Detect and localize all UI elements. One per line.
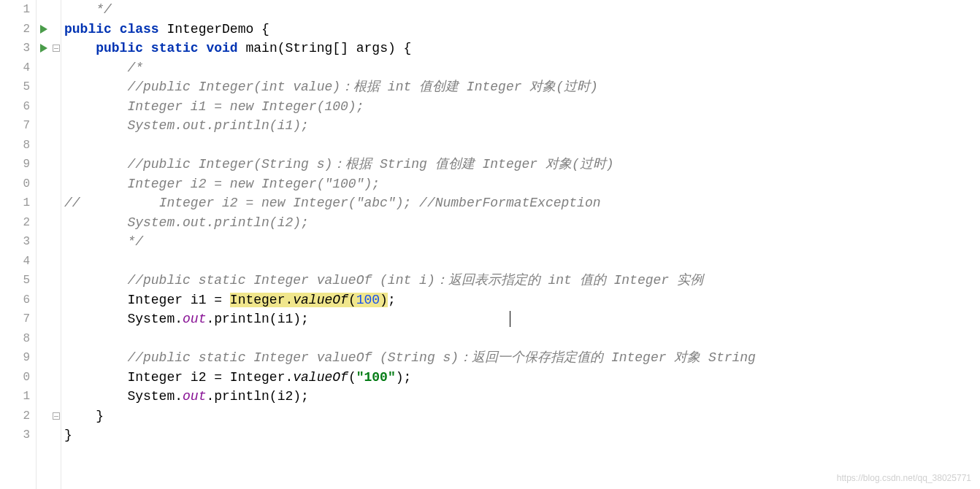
- code-line: */: [64, 0, 980, 20]
- line-number: 4: [23, 252, 30, 272]
- line-number: 7: [23, 116, 30, 136]
- code-line: /*: [64, 58, 980, 78]
- line-number: 5: [23, 77, 30, 97]
- line-number: 9: [23, 155, 30, 174]
- line-number: 8: [23, 136, 30, 155]
- code-line: public static void main(String[] args) {: [64, 39, 980, 58]
- code-line: //public static Integer valueOf (int i)：…: [64, 271, 980, 290]
- code-line: }: [64, 426, 980, 445]
- code-line: Integer i2 = Integer.valueOf("100");: [64, 368, 980, 388]
- code-line: [64, 252, 980, 272]
- line-number: 1: [23, 0, 30, 20]
- line-number: 3: [23, 426, 30, 445]
- code-editor[interactable]: */ public class IntegerDemo { public sta…: [61, 0, 980, 489]
- fold-toggle-icon[interactable]: [53, 45, 60, 52]
- run-icon[interactable]: [40, 25, 47, 34]
- code-line: Integer i1 = Integer.valueOf(100);: [64, 290, 980, 310]
- code-line: public class IntegerDemo {: [64, 20, 980, 39]
- run-icon[interactable]: [40, 44, 47, 53]
- line-number: 8: [23, 329, 30, 349]
- line-number: 9: [23, 348, 30, 368]
- line-number: 4: [23, 58, 30, 78]
- code-line: //public static Integer valueOf (String …: [64, 348, 980, 368]
- code-line: System.out.println(i2);: [64, 387, 980, 407]
- code-line: [64, 329, 980, 349]
- code-line: Integer i2 = new Integer("100");: [64, 174, 980, 194]
- code-line: System.out.println(i1);: [64, 309, 980, 329]
- fold-toggle-icon[interactable]: [53, 412, 60, 420]
- line-number: 5: [23, 271, 30, 290]
- code-line: // Integer i2 = new Integer("abc"); //Nu…: [64, 193, 980, 213]
- line-number: 3: [23, 232, 30, 252]
- code-line: System.out.println(i1);: [64, 116, 980, 136]
- line-number: 2: [23, 213, 30, 233]
- line-number-gutter: 1 2 3 4 5 6 7 8 9 0 1 2 3 4 5 6 7 8 9 0 …: [0, 0, 37, 489]
- text-cursor-icon: [510, 311, 510, 327]
- code-line: }: [64, 407, 980, 426]
- line-number: 1: [23, 387, 30, 407]
- code-line: //public Integer(int value)：根据 int 值创建 I…: [64, 77, 980, 97]
- code-line: System.out.println(i2);: [64, 213, 980, 233]
- line-number: 7: [23, 309, 30, 329]
- watermark-text: https://blog.csdn.net/qq_38025771: [837, 473, 971, 483]
- line-number: 0: [23, 368, 30, 388]
- code-line: //public Integer(String s)：根据 String 值创建…: [64, 155, 980, 174]
- line-number: 6: [23, 97, 30, 117]
- line-number: 6: [23, 290, 30, 310]
- code-line: */: [64, 232, 980, 252]
- gutter-icons-column: [37, 0, 51, 489]
- line-number: 0: [23, 174, 30, 194]
- line-number: 2: [23, 20, 30, 39]
- line-number: 2: [23, 407, 30, 426]
- fold-column: [51, 0, 61, 489]
- code-line: [64, 136, 980, 155]
- line-number: 3: [23, 39, 30, 58]
- code-line: Integer i1 = new Integer(100);: [64, 97, 980, 117]
- line-number: 1: [23, 193, 30, 213]
- highlighted-code: Integer.valueOf(100): [230, 293, 388, 307]
